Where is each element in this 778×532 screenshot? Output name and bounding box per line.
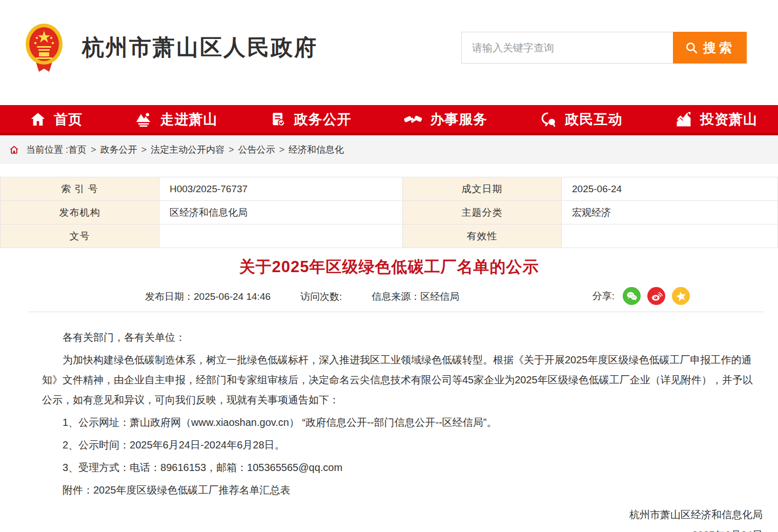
breadcrumb: 当前位置 : 首页 > 政务公开 > 法定主动公开内容 > 公告公示 > 经济和… [0,135,778,164]
share-wechat-icon[interactable] [623,287,641,305]
site-header: 杭州市萧山区人民政府 搜索 [0,0,778,105]
publish-date: 发布日期：2025-06-24 14:46 [145,290,271,303]
nav-item-home[interactable]: 首页 [30,110,83,129]
breadcrumb-item-statutory[interactable]: 法定主动公开内容 [151,144,224,156]
share-qzone-icon[interactable] [672,287,690,305]
breadcrumb-prefix: 当前位置 : [26,144,68,156]
meta-value-index-no: H003/2025-76737 [159,177,403,201]
nav-item-label: 政务公开 [294,110,352,129]
nav-item-interaction[interactable]: 政民互动 [540,110,623,129]
info-source: 信息来源：区经信局 [372,290,459,303]
nav-item-services[interactable]: 办事服务 [404,110,487,129]
paragraph-item-2: 2、公示时间：2025年6月24日-2024年6月28日。 [28,435,763,455]
article-body: 各有关部门，各有关单位： 为加快构建绿色低碳制造体系，树立一批绿色低碳标杆，深入… [0,312,778,500]
meta-label-doc-number: 文号 [1,224,159,248]
meta-value-issue-date: 2025-06-24 [562,177,778,201]
national-emblem-logo [24,23,65,74]
meta-label-issuing-agency: 发布机构 [1,201,159,224]
meta-value-validity [562,224,778,248]
meta-label-validity: 有效性 [403,224,562,248]
table-row: 索 引 号 H003/2025-76737 成文日期 2025-06-24 [1,177,778,201]
trend-chart-icon [675,111,692,128]
search-icon [685,41,698,54]
visit-count-label: 访问次数: [300,290,342,303]
signature-date: 2025年6月24日 [0,529,763,532]
home-icon [30,111,46,128]
nav-item-label: 政民互动 [565,110,623,129]
nav-item-invest[interactable]: 投资萧山 [675,110,757,129]
signature-block: 杭州市萧山区经济和信息化局 2025年6月24日 [0,508,778,532]
nav-item-label: 投资萧山 [700,110,757,129]
meta-value-topic-category: 宏观经济 [562,201,778,224]
handshake-icon [404,110,422,129]
meta-label-topic-category: 主题分类 [403,201,562,224]
mountain-icon [135,111,152,128]
table-row: 发布机构 区经济和信息化局 主题分类 宏观经济 [1,201,778,224]
main-nav: 首页 走进萧山 政务公开 办事服务 [0,105,778,135]
breadcrumb-item-announcements[interactable]: 公告公示 [238,144,275,156]
search-bar: 搜索 [461,32,747,64]
share-label: 分享: [592,290,615,303]
meta-value-doc-number [159,224,403,248]
nav-item-label: 走进萧山 [160,110,217,129]
chat-icon [540,111,558,128]
breadcrumb-separator: > [91,145,96,155]
signature-agency: 杭州市萧山区经济和信息化局 [0,508,763,521]
site-title: 杭州市萧山区人民政府 [82,33,318,63]
search-button-label: 搜索 [703,39,735,56]
nav-item-label: 办事服务 [430,110,487,129]
meta-value-issuing-agency: 区经济和信息化局 [159,201,403,224]
nav-item-gov-info[interactable]: 政务公开 [270,110,352,129]
nav-item-label: 首页 [54,110,83,129]
nav-item-about-xiaoshan[interactable]: 走进萧山 [135,110,217,129]
share-weibo-icon[interactable] [647,287,665,305]
meta-label-issue-date: 成文日期 [403,177,562,201]
table-row: 文号 有效性 [1,224,778,248]
search-button[interactable]: 搜索 [673,32,747,64]
publish-info-bar: 发布日期：2025-06-24 14:46 访问次数: 信息来源：区经信局 分享… [0,287,778,306]
document-check-icon [270,111,286,128]
meta-label-index-no: 索 引 号 [1,177,159,201]
breadcrumb-item-home[interactable]: 首页 [68,144,87,156]
paragraph-main: 为加快构建绿色低碳制造体系，树立一批绿色低碳标杆，深入推进我区工业领域绿色低碳转… [28,350,763,410]
paragraph-item-1: 1、公示网址：萧山政府网（www.xiaoshan.gov.cn） “政府信息公… [28,413,763,433]
breadcrumb-home-icon [9,145,19,155]
paragraph-salutation: 各有关部门，各有关单位： [28,328,763,347]
breadcrumb-item-economy-info[interactable]: 经济和信息化 [289,144,344,156]
breadcrumb-separator: > [279,145,285,155]
breadcrumb-separator: > [229,145,234,155]
breadcrumb-item-gov-info[interactable]: 政务公开 [100,144,137,156]
article-title: 关于2025年区级绿色低碳工厂名单的公示 [0,256,778,278]
breadcrumb-separator: > [141,145,147,155]
search-input[interactable] [461,32,673,64]
paragraph-item-3: 3、受理方式：电话：89616153，邮箱：105365565@qq.com [28,458,763,478]
document-meta-table: 索 引 号 H003/2025-76737 成文日期 2025-06-24 发布… [0,177,778,248]
paragraph-attachment: 附件：2025年度区级绿色低碳工厂推荐名单汇总表 [28,480,763,500]
